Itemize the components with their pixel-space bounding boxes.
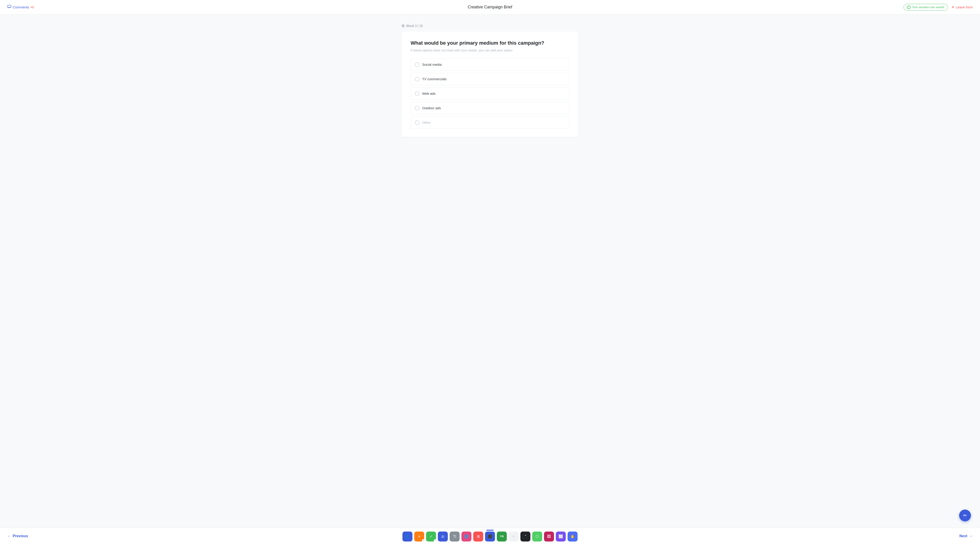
next-button[interactable]: Next → bbox=[944, 528, 980, 544]
edit-fab-button[interactable]: ✏ bbox=[959, 509, 971, 521]
arrow-left-icon: ← bbox=[7, 534, 11, 538]
option-label-other: Other bbox=[422, 121, 431, 124]
toolbar-tool-checklist[interactable]: ✓✓ bbox=[426, 531, 436, 541]
toolbar-tool-text[interactable]: Tt bbox=[450, 531, 460, 541]
check-badge-checklist: ✓ bbox=[434, 539, 437, 542]
check-badge-list: ✓ bbox=[422, 539, 425, 542]
comments-label: Comments bbox=[13, 5, 29, 9]
option-other[interactable]: Other bbox=[410, 116, 570, 129]
leave-label: Leave form bbox=[956, 5, 973, 9]
toolbar-tool-yn[interactable]: Y/N bbox=[497, 531, 507, 541]
previous-button[interactable]: ← Previous bbox=[0, 528, 36, 544]
main-content: ⊞ Block 3 / 15 What would be your primar… bbox=[0, 14, 980, 528]
bottom-bar: ← Previous 👤≡✓✓✓◎Tt🌐⊞⬛Y/N☆"⬡🖼⬜✋ Next → bbox=[0, 528, 980, 544]
comments-icon bbox=[7, 5, 11, 10]
close-icon: ✕ bbox=[951, 5, 955, 9]
question-title: What would be your primary medium for th… bbox=[410, 40, 570, 47]
option-label-web_ads: Web ads bbox=[422, 92, 436, 95]
options-list: Social media TV commercials Web ads Outd… bbox=[410, 59, 570, 129]
option-web_ads[interactable]: Web ads bbox=[410, 87, 570, 100]
page-title: Creative Campaign Brief bbox=[468, 5, 512, 10]
saved-check-icon: ✓ bbox=[907, 5, 911, 9]
option-label-tv_commercials: TV commercials bbox=[422, 77, 447, 81]
radio-social_media bbox=[415, 62, 420, 67]
toolbar-tool-list[interactable]: ≡✓ bbox=[414, 531, 424, 541]
previous-label: Previous bbox=[13, 534, 28, 538]
toolbar-tool-globe[interactable]: 🌐 bbox=[461, 531, 471, 541]
block-icon: ⊞ bbox=[401, 24, 404, 28]
toolbar-tool-star[interactable]: ☆ bbox=[509, 531, 519, 541]
toolbar-tool-calendar[interactable]: ⬛ bbox=[485, 531, 495, 541]
toolbar-tool-box3d[interactable]: ⬡ bbox=[532, 531, 542, 541]
comments-badge: +1 bbox=[30, 5, 34, 9]
radio-outdoor_ads bbox=[415, 106, 420, 110]
toolbar-tool-contact[interactable]: 👤 bbox=[402, 531, 412, 541]
option-outdoor_ads[interactable]: Outdoor ads bbox=[410, 102, 570, 114]
question-card: What would be your primary medium for th… bbox=[401, 32, 579, 137]
next-label: Next bbox=[959, 534, 967, 538]
toolbar-center: 👤≡✓✓✓◎Tt🌐⊞⬛Y/N☆"⬡🖼⬜✋ bbox=[36, 531, 944, 541]
header-right: ✓ Your answers are saved! ✕ Leave form bbox=[904, 4, 973, 11]
header-left: Comments +1 bbox=[7, 5, 34, 10]
block-label: Block 3 / 15 bbox=[406, 24, 423, 28]
option-social_media[interactable]: Social media bbox=[410, 59, 570, 71]
leave-form-button[interactable]: ✕ Leave form bbox=[951, 5, 973, 9]
comments-button[interactable]: Comments +1 bbox=[7, 5, 34, 10]
option-label-social_media: Social media bbox=[422, 63, 442, 67]
toolbar-tool-grid[interactable]: ⊞ bbox=[473, 531, 483, 541]
radio-tv_commercials bbox=[415, 77, 420, 81]
option-label-outdoor_ads: Outdoor ads bbox=[422, 106, 441, 110]
toolbar-tool-quote[interactable]: " bbox=[520, 531, 530, 541]
pencil-icon: ✏ bbox=[963, 513, 967, 518]
saved-badge: ✓ Your answers are saved! bbox=[904, 4, 948, 11]
toolbar-tool-target[interactable]: ◎ bbox=[438, 531, 448, 541]
radio-web_ads bbox=[415, 91, 420, 96]
radio-other bbox=[415, 121, 420, 125]
arrow-right-icon: → bbox=[969, 534, 973, 538]
toolbar-tool-hand[interactable]: ✋ bbox=[568, 531, 578, 541]
toolbar-tool-image[interactable]: 🖼 bbox=[544, 531, 554, 541]
option-tv_commercials[interactable]: TV commercials bbox=[410, 73, 570, 85]
toolbar-tool-layout[interactable]: ⬜ bbox=[556, 531, 566, 541]
block-info: ⊞ Block 3 / 15 bbox=[401, 24, 579, 28]
saved-label: Your answers are saved! bbox=[912, 5, 944, 9]
toolbar-indicator bbox=[486, 530, 494, 531]
question-subtitle: If below options does not meet with your… bbox=[410, 49, 570, 52]
